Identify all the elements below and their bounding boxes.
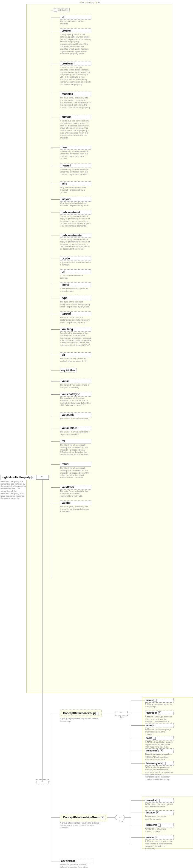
attr-xml-lang[interactable]: xml:langSpecifies the language of this p… bbox=[60, 327, 91, 347]
group2-choice: ⊘ bbox=[115, 815, 125, 820]
child-name[interactable]: name+A natural language name for the con… bbox=[145, 698, 173, 708]
attr-literal[interactable]: literalA free-text value assigned as pro… bbox=[60, 282, 91, 292]
attr-valueunituri[interactable]: valueunituriThe unit of the value attrib… bbox=[60, 426, 91, 436]
attr-desc: Indicates by which means the value was e… bbox=[60, 168, 91, 176]
child-broader[interactable]: broader+An identifier of a more generic … bbox=[145, 810, 173, 820]
child-narrower[interactable]: narrower+An identifier of a more specifi… bbox=[145, 823, 173, 833]
attr-qcode[interactable]: qcodeA qualified code which identifies a… bbox=[60, 256, 91, 266]
attr-custom[interactable]: customIf set to true the corresponding p… bbox=[60, 115, 91, 139]
attr-desc: Why the metadata has been included - exp… bbox=[60, 186, 91, 194]
attr-value[interactable]: valueThe related value (see more in the … bbox=[60, 379, 91, 389]
attr-any---other[interactable]: any ##other bbox=[60, 368, 76, 372]
child-sameAs[interactable]: sameAs+An identifier of a concept with e… bbox=[145, 798, 173, 808]
child-desc: Represents the position of a concept in … bbox=[145, 766, 173, 781]
attr-reluri[interactable]: reluriThe identifier of a concept defini… bbox=[60, 462, 91, 479]
attr-desc: One or many constraints that apply to pu… bbox=[60, 238, 91, 250]
child-label: facet bbox=[146, 737, 152, 739]
child-desc: A related concept, where the relationshi… bbox=[145, 840, 173, 850]
attr-desc: The identifier of a concept defining the… bbox=[60, 467, 91, 479]
child-label: remoteInfo bbox=[146, 749, 159, 752]
child-label: name bbox=[146, 699, 153, 702]
attr-pubconstraint[interactable]: pubconstraintOne or many constraints tha… bbox=[60, 210, 91, 227]
expand-icon[interactable]: + bbox=[163, 762, 166, 765]
attr-modified[interactable]: modifiedThe date (and, optionally, the t… bbox=[60, 92, 91, 109]
child-note[interactable]: note+Additional natural language informa… bbox=[145, 723, 173, 736]
occurrence-indicator: 0..∞ bbox=[145, 766, 149, 768]
expand-icon[interactable]: + bbox=[155, 836, 158, 839]
attr-desc: The date (and, optionally, the time) whe… bbox=[60, 97, 91, 109]
attr-desc: The related value (see more in the spec … bbox=[60, 384, 91, 389]
root-title: rightsInfoExtProperty bbox=[2, 476, 31, 479]
attr-valuedatatype[interactable]: valuedatatypeThe datatype of the value a… bbox=[60, 392, 91, 407]
concept-rel-group-node[interactable]: ConceptRelationshipsGroup+ A group of pr… bbox=[60, 814, 107, 829]
child-desc: An identifier of a concept with equivale… bbox=[145, 803, 173, 808]
expand-icon[interactable]: + bbox=[101, 816, 104, 819]
attr-uri[interactable]: uriA URI which identifies a concept. bbox=[60, 269, 91, 279]
attr-type[interactable]: typeThe type of the concept assigned as … bbox=[60, 296, 91, 308]
attr-pubconstrainturi[interactable]: pubconstrainturiOne or many constraints … bbox=[60, 233, 91, 250]
root-node[interactable]: rightsInfoExtProperty− Extension Propert… bbox=[1, 475, 36, 500]
attr-valueunit[interactable]: valueunitThe unit of the value attribute… bbox=[60, 412, 91, 420]
attr-desc: The datatype of the value attribute – it… bbox=[60, 397, 91, 407]
concept-def-group-node[interactable]: ConceptDefinitionGroup+ A group of prope… bbox=[60, 710, 102, 722]
group1-name: ConceptDefinitionGroup bbox=[63, 712, 95, 715]
attr-creatoruri[interactable]: creatoruriIf the attribute is empty, spe… bbox=[60, 61, 91, 86]
attr-desc: Specifies the language of this property … bbox=[60, 332, 91, 347]
group2-desc: A group of properites required to indica… bbox=[60, 822, 99, 829]
expand-icon[interactable]: + bbox=[157, 799, 160, 802]
expand-icon[interactable]: + bbox=[158, 711, 161, 714]
attr-desc: Why the metadata has been included - exp… bbox=[60, 202, 91, 207]
attr-desc: If the attribute is empty, specifies whi… bbox=[60, 66, 91, 86]
collapse-icon[interactable]: − bbox=[31, 476, 34, 479]
child-label: hierarchyInfo bbox=[146, 762, 162, 765]
attr-desc: The type of the concept assigned as cont… bbox=[60, 301, 91, 308]
child-label: note bbox=[146, 724, 152, 727]
expand-icon[interactable]: + bbox=[156, 811, 159, 814]
expand-icon[interactable]: + bbox=[160, 749, 163, 752]
child-desc: A natural language name for the concept. bbox=[145, 703, 173, 708]
any-other-bottom[interactable]: any ##other Extension point for provider… bbox=[60, 859, 94, 868]
child-desc: An identifier of a more generic concept. bbox=[145, 816, 173, 820]
child-label: definition bbox=[146, 711, 158, 714]
child-related[interactable]: related+A related concept, where the rel… bbox=[145, 835, 173, 850]
expand-icon[interactable]: + bbox=[95, 712, 98, 715]
expand-icon[interactable]: + bbox=[154, 699, 157, 702]
attr-desc: Indicates by which means the value was e… bbox=[60, 150, 91, 160]
occurrence-indicator: 0..∞ bbox=[145, 740, 149, 743]
expand-icon[interactable]: + bbox=[152, 724, 155, 727]
expand-icon[interactable]: + bbox=[158, 824, 161, 827]
attr-validto[interactable]: validtoThe date (and, optionally, the ti… bbox=[60, 500, 91, 513]
child-desc: An identifier of a more specific concept… bbox=[145, 828, 173, 833]
root-sequence bbox=[36, 475, 49, 480]
attr-why[interactable]: whyWhy the metadata has been included - … bbox=[60, 181, 91, 194]
attr-howuri[interactable]: howuriIndicates by which means the value… bbox=[60, 163, 91, 176]
attr-dir[interactable]: dirThe directionality of textual content… bbox=[60, 352, 91, 363]
attributes-box[interactable]: −attributes bbox=[53, 8, 70, 12]
child-label: related bbox=[146, 836, 155, 839]
attr-rel[interactable]: relThe identifier of a concept defining … bbox=[60, 439, 91, 456]
group1-seq bbox=[115, 711, 128, 716]
group2-name: ConceptRelationshipsGroup bbox=[63, 816, 100, 819]
attr-desc: The date (and, optionally, the time) aft… bbox=[60, 506, 91, 513]
occurrence-indicator: 0..∞ bbox=[145, 715, 149, 717]
attr-whyuri[interactable]: whyuriWhy the metadata has been included… bbox=[60, 197, 91, 207]
attr-id[interactable]: idThe local identifier of the property. bbox=[60, 15, 91, 25]
attr-desc: The unit of the value attribute - expres… bbox=[60, 431, 91, 436]
group1-desc: A group of properites required to define… bbox=[60, 718, 99, 723]
occurrence-indicator: 0..∞ bbox=[119, 820, 123, 823]
child-hierarchyInfo[interactable]: hierarchyInfo+Represents the position of… bbox=[145, 761, 173, 781]
child-label: broader bbox=[146, 811, 156, 814]
occurrence-indicator: 0..∞ bbox=[145, 802, 149, 805]
type-label: Flex2ExtPropType bbox=[79, 1, 100, 4]
child-label: sameAs bbox=[146, 799, 156, 802]
attr-desc: The type of the concept assigned as cont… bbox=[60, 316, 91, 323]
attr-desc: The unit of the value attribute. bbox=[60, 418, 91, 420]
attr-how[interactable]: howIndicates by which means the value wa… bbox=[60, 145, 91, 160]
expand-icon[interactable]: + bbox=[153, 737, 156, 740]
attr-desc: The date (and, optionally, the time) bef… bbox=[60, 490, 91, 497]
attr-validfrom[interactable]: validfromThe date (and, optionally, the … bbox=[60, 485, 91, 497]
attr-creator[interactable]: creatorIf the property value is not defi… bbox=[60, 28, 91, 55]
occurrence-indicator: 0..∞ bbox=[145, 827, 149, 830]
attr-typeuri[interactable]: typeuriThe type of the concept assigned … bbox=[60, 311, 91, 323]
attributes-label: attributes bbox=[58, 9, 68, 11]
